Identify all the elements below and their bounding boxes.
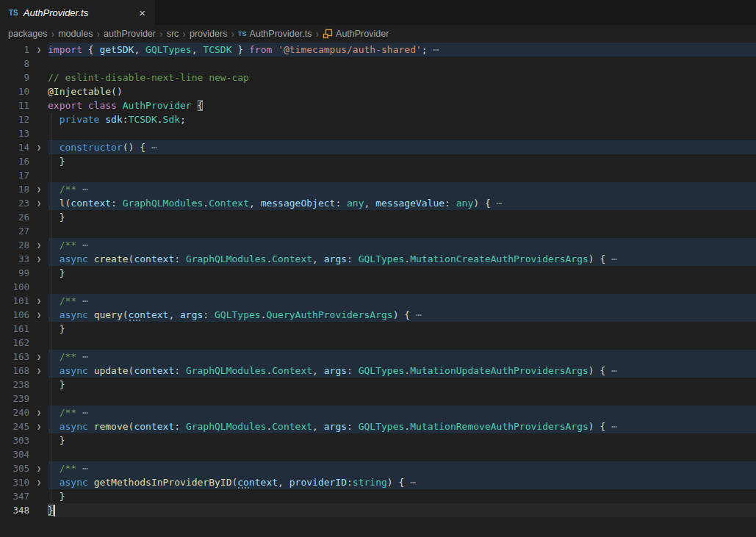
code-line[interactable]: 240❯ /** ⋯ [0, 406, 756, 419]
code-line[interactable]: 106❯ async query(context, args: GQLTypes… [0, 308, 756, 322]
code-line[interactable]: 13 [0, 126, 756, 140]
line-number[interactable]: 310 [0, 475, 29, 489]
code-line[interactable]: 305❯ /** ⋯ [0, 461, 756, 475]
fold-chevron-icon[interactable]: ❯ [34, 406, 44, 419]
folded-code-ellipsis[interactable]: ⋯ [145, 142, 157, 153]
code-line[interactable]: 99 } [0, 266, 756, 280]
line-number[interactable]: 16 [0, 154, 29, 168]
code-line[interactable]: 348} [0, 503, 756, 517]
line-number[interactable]: 18 [0, 182, 29, 196]
line-number[interactable]: 304 [0, 447, 29, 461]
line-number[interactable]: 12 [0, 112, 29, 126]
code-line[interactable]: 161 } [0, 322, 756, 336]
line-number[interactable]: 8 [0, 57, 29, 71]
fold-chevron-icon[interactable]: ❯ [34, 350, 44, 364]
code-line[interactable]: 26 } [0, 210, 756, 224]
code-line[interactable]: 239 [0, 392, 756, 406]
breadcrumb-item-authprovider-ts[interactable]: TSAuthProvider.ts [238, 29, 312, 39]
code-line[interactable]: 9// eslint-disable-next-line new-cap [0, 71, 756, 84]
fold-chevron-icon[interactable]: ❯ [34, 461, 44, 475]
code-line[interactable]: 16 } [0, 154, 756, 168]
line-number[interactable]: 238 [0, 378, 29, 392]
code-line[interactable]: 303 } [0, 433, 756, 447]
code-line[interactable]: 100 [0, 280, 756, 294]
code-line[interactable]: 27 [0, 224, 756, 238]
folded-code-ellipsis[interactable]: ⋯ [76, 239, 88, 251]
fold-chevron-icon[interactable]: ❯ [34, 43, 44, 57]
line-number[interactable]: 245 [0, 419, 29, 433]
line-number[interactable]: 17 [0, 168, 29, 182]
folded-code-ellipsis[interactable]: ⋯ [428, 44, 439, 55]
folded-code-ellipsis[interactable]: ⋯ [76, 351, 88, 362]
folded-code-ellipsis[interactable]: ⋯ [76, 407, 88, 418]
line-number[interactable]: 162 [0, 336, 29, 350]
code-line[interactable]: 162 [0, 336, 756, 350]
line-number[interactable]: 11 [0, 98, 29, 112]
folded-code-ellipsis[interactable]: ⋯ [404, 477, 416, 488]
fold-chevron-icon[interactable]: ❯ [34, 308, 44, 322]
close-icon[interactable]: × [137, 7, 148, 19]
line-number[interactable]: 1 [0, 43, 29, 57]
line-number[interactable]: 305 [0, 461, 29, 475]
line-number[interactable]: 106 [0, 308, 29, 322]
line-number[interactable]: 168 [0, 364, 29, 378]
breadcrumb-item-providers[interactable]: providers [190, 29, 227, 39]
fold-chevron-icon[interactable]: ❯ [34, 419, 44, 433]
code-line[interactable]: 11export class AuthProvider { [0, 98, 756, 112]
code-line[interactable]: 245❯ async remove(context: GraphQLModule… [0, 419, 756, 433]
fold-chevron-icon[interactable]: ❯ [34, 294, 44, 308]
folded-code-ellipsis[interactable]: ⋯ [491, 198, 503, 209]
code-line[interactable]: 168❯ async update(context: GraphQLModule… [0, 364, 756, 378]
code-line[interactable]: 347 } [0, 489, 756, 503]
folded-code-ellipsis[interactable]: ⋯ [605, 421, 617, 432]
line-number[interactable]: 161 [0, 322, 29, 336]
code-line[interactable]: 14❯ constructor() { ⋯ [0, 140, 756, 154]
fold-chevron-icon[interactable]: ❯ [34, 238, 44, 252]
line-number[interactable]: 303 [0, 433, 29, 447]
line-number[interactable]: 28 [0, 238, 29, 252]
breadcrumb-item-src[interactable]: src [167, 29, 179, 39]
line-number[interactable]: 14 [0, 140, 29, 154]
fold-chevron-icon[interactable]: ❯ [34, 252, 44, 266]
fold-chevron-icon[interactable]: ❯ [34, 196, 44, 210]
line-number[interactable]: 33 [0, 252, 29, 266]
code-line[interactable]: 304 [0, 447, 756, 461]
code-line[interactable]: 163❯ /** ⋯ [0, 350, 756, 364]
line-number[interactable]: 9 [0, 71, 29, 84]
line-number[interactable]: 27 [0, 224, 29, 238]
folded-code-ellipsis[interactable]: ⋯ [605, 253, 617, 264]
code-line[interactable]: 10@Injectable() [0, 84, 756, 98]
line-number[interactable]: 99 [0, 266, 29, 280]
tab-authprovider[interactable]: TS AuthProvider.ts × [0, 0, 156, 25]
breadcrumb-item-modules[interactable]: modules [58, 29, 93, 39]
line-number[interactable]: 239 [0, 392, 29, 406]
folded-code-ellipsis[interactable]: ⋯ [76, 295, 88, 306]
line-number[interactable]: 348 [0, 503, 29, 517]
fold-chevron-icon[interactable]: ❯ [34, 140, 44, 154]
code-line[interactable]: 310❯ async getMethodsInProviderByID(cont… [0, 475, 756, 489]
line-number[interactable]: 100 [0, 280, 29, 294]
line-number[interactable]: 347 [0, 489, 29, 503]
breadcrumb-item-packages[interactable]: packages [8, 29, 48, 39]
line-number[interactable]: 163 [0, 350, 29, 364]
folded-code-ellipsis[interactable]: ⋯ [605, 365, 617, 376]
folded-code-ellipsis[interactable]: ⋯ [76, 184, 88, 195]
line-number[interactable]: 240 [0, 406, 29, 419]
code-line[interactable]: 18❯ /** ⋯ [0, 182, 756, 196]
code-line[interactable]: 12 private sdk:TCSDK.Sdk; [0, 112, 756, 126]
code-line[interactable]: 33❯ async create(context: GraphQLModules… [0, 252, 756, 266]
code-line[interactable]: 238 } [0, 378, 756, 392]
line-number[interactable]: 13 [0, 126, 29, 140]
code-line[interactable]: 1❯import { getSDK, GQLTypes, TCSDK } fro… [0, 43, 756, 57]
line-number[interactable]: 26 [0, 210, 29, 224]
code-line[interactable]: 23❯ l(context: GraphQLModules.Context, m… [0, 196, 756, 210]
code-line[interactable]: 101❯ /** ⋯ [0, 294, 756, 308]
code-line[interactable]: 17 [0, 168, 756, 182]
code-line[interactable]: 8 [0, 57, 756, 71]
breadcrumb-item-authprovider[interactable]: authProvider [104, 29, 156, 39]
fold-chevron-icon[interactable]: ❯ [34, 364, 44, 378]
line-number[interactable]: 23 [0, 196, 29, 210]
fold-chevron-icon[interactable]: ❯ [34, 475, 44, 489]
breadcrumb-item-authprovider[interactable]: AuthProvider [323, 29, 389, 39]
folded-code-ellipsis[interactable]: ⋯ [76, 463, 88, 474]
